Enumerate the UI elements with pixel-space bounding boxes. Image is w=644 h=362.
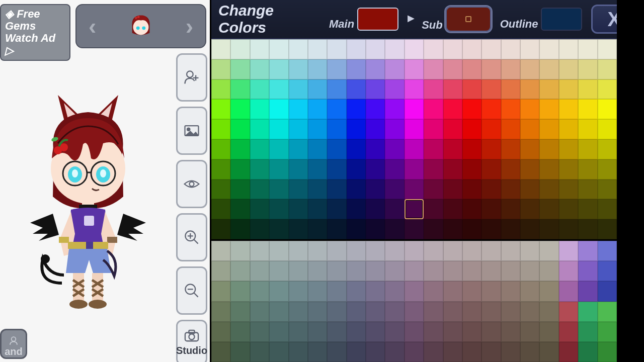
- outline-slot[interactable]: Outline: [500, 8, 583, 31]
- color-cell[interactable]: [327, 342, 346, 362]
- sub-swatch[interactable]: [446, 7, 491, 32]
- color-cell[interactable]: [385, 79, 404, 100]
- color-cell[interactable]: [481, 99, 501, 119]
- color-cell[interactable]: [598, 79, 617, 100]
- color-cell[interactable]: [385, 342, 404, 362]
- color-cell[interactable]: [462, 219, 481, 239]
- color-cell[interactable]: [366, 139, 385, 159]
- color-cell[interactable]: [347, 342, 366, 362]
- color-cell[interactable]: [230, 119, 250, 139]
- color-cell[interactable]: [269, 302, 288, 322]
- color-cell[interactable]: [578, 281, 597, 301]
- color-cell[interactable]: [308, 59, 327, 79]
- color-cell[interactable]: [366, 199, 385, 219]
- color-cell[interactable]: [385, 179, 404, 200]
- color-cell[interactable]: [405, 342, 424, 362]
- color-cell[interactable]: [539, 179, 558, 200]
- color-cell[interactable]: [347, 281, 366, 301]
- color-cell[interactable]: [289, 261, 308, 281]
- color-cell[interactable]: [211, 261, 230, 281]
- color-cell[interactable]: [443, 139, 462, 159]
- color-cell[interactable]: [481, 342, 501, 362]
- color-cell[interactable]: [520, 159, 539, 179]
- color-cell[interactable]: [424, 261, 443, 281]
- color-cell[interactable]: [250, 302, 269, 322]
- color-cell[interactable]: [327, 322, 346, 342]
- color-cell[interactable]: [598, 139, 617, 159]
- color-cell[interactable]: [539, 261, 558, 281]
- color-cell[interactable]: [269, 159, 288, 179]
- color-cell[interactable]: [405, 139, 424, 159]
- color-cell[interactable]: [539, 59, 558, 79]
- color-cell[interactable]: [501, 281, 520, 301]
- color-cell[interactable]: [385, 199, 404, 219]
- color-cell[interactable]: [539, 342, 558, 362]
- color-cell[interactable]: [405, 119, 424, 139]
- color-cell[interactable]: [211, 179, 230, 200]
- color-cell[interactable]: [327, 261, 346, 281]
- color-cell[interactable]: [598, 179, 617, 200]
- color-cell[interactable]: [539, 241, 558, 261]
- color-cell[interactable]: [481, 281, 501, 301]
- color-cell[interactable]: [327, 281, 346, 301]
- color-cell[interactable]: [424, 302, 443, 322]
- color-cell[interactable]: [578, 342, 597, 362]
- color-cell[interactable]: [327, 199, 346, 219]
- color-cell[interactable]: [385, 241, 404, 261]
- color-cell[interactable]: [308, 261, 327, 281]
- color-cell[interactable]: [405, 281, 424, 301]
- color-cell[interactable]: [405, 261, 424, 281]
- color-cell[interactable]: [520, 39, 539, 59]
- color-cell[interactable]: [405, 302, 424, 322]
- color-cell[interactable]: [327, 159, 346, 179]
- color-cell[interactable]: [539, 281, 558, 301]
- color-cell[interactable]: [230, 79, 250, 100]
- color-cell[interactable]: [443, 159, 462, 179]
- color-cell[interactable]: [539, 199, 558, 219]
- color-cell[interactable]: [250, 322, 269, 342]
- color-cell[interactable]: [405, 219, 424, 239]
- color-cell[interactable]: [539, 99, 558, 119]
- color-cell[interactable]: [578, 179, 597, 200]
- color-cell[interactable]: [230, 179, 250, 200]
- color-cell[interactable]: [501, 119, 520, 139]
- color-cell[interactable]: [462, 59, 481, 79]
- color-cell[interactable]: [443, 241, 462, 261]
- color-cell[interactable]: [385, 302, 404, 322]
- color-cell[interactable]: [211, 199, 230, 219]
- color-cell[interactable]: [462, 199, 481, 219]
- color-cell[interactable]: [462, 79, 481, 100]
- main-slot[interactable]: Main: [329, 8, 398, 31]
- color-cell[interactable]: [366, 342, 385, 362]
- color-cell[interactable]: [211, 99, 230, 119]
- color-cell[interactable]: [230, 342, 250, 362]
- color-cell[interactable]: [230, 139, 250, 159]
- color-cell[interactable]: [211, 302, 230, 322]
- color-cell[interactable]: [424, 219, 443, 239]
- color-cell[interactable]: [211, 159, 230, 179]
- color-cell[interactable]: [424, 179, 443, 200]
- color-cell[interactable]: [385, 159, 404, 179]
- color-cell[interactable]: [598, 219, 617, 239]
- color-cell[interactable]: [366, 322, 385, 342]
- color-cell[interactable]: [327, 241, 346, 261]
- color-cell[interactable]: [211, 342, 230, 362]
- color-cell[interactable]: [308, 39, 327, 59]
- color-cell[interactable]: [230, 322, 250, 342]
- color-cell[interactable]: [230, 281, 250, 301]
- color-cell[interactable]: [269, 139, 288, 159]
- color-cell[interactable]: [443, 59, 462, 79]
- color-cell[interactable]: [520, 322, 539, 342]
- color-cell[interactable]: [366, 39, 385, 59]
- color-cell[interactable]: [462, 261, 481, 281]
- color-cell[interactable]: [462, 99, 481, 119]
- color-cell[interactable]: [327, 79, 346, 100]
- color-cell[interactable]: [230, 159, 250, 179]
- color-cell[interactable]: [424, 241, 443, 261]
- color-cell[interactable]: [559, 139, 578, 159]
- color-cell[interactable]: [347, 79, 366, 100]
- color-cell[interactable]: [481, 79, 501, 100]
- color-cell[interactable]: [308, 281, 327, 301]
- color-cell[interactable]: [462, 39, 481, 59]
- color-cell[interactable]: [559, 99, 578, 119]
